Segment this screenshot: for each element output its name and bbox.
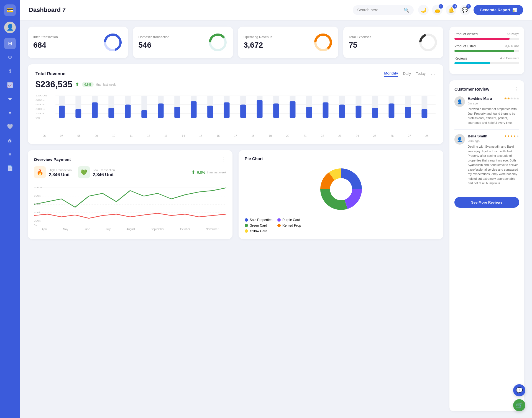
progress-bar-2 (454, 62, 519, 64)
star-0-3: ★ (513, 97, 516, 101)
support-float-btn[interactable]: 💬 (513, 384, 525, 396)
metric-label-1: Product Listed (454, 44, 476, 48)
see-more-reviews-button[interactable]: See More Reviews (454, 197, 519, 208)
bell-btn[interactable]: 🔔 12 (446, 5, 456, 15)
legend-dot-1 (277, 218, 281, 222)
payment-change-pct: 0,8% (197, 170, 205, 175)
bell-badge: 12 (452, 4, 457, 9)
legend-label-3: Rented Prop (282, 224, 301, 227)
bar-x-label: 09 (95, 134, 98, 137)
user-avatar[interactable]: 👤 (4, 22, 16, 33)
sidebar-item-heart[interactable]: ♥ (4, 107, 16, 119)
sidebar-item-star[interactable]: ★ (4, 93, 16, 105)
sidebar-item-settings[interactable]: ⚙ (4, 52, 16, 63)
header: Dashboard 7 🔍 🌙 👝 2 🔔 12 💬 5 Generate Re… (20, 0, 532, 20)
low-transaction-info: Low Transaction 2,346 Unit (93, 167, 115, 177)
reviews-card: Customer Review ⋮ 👤 Hawkins Maru ★★★★★ 5… (449, 80, 524, 411)
bar-x-label: 11 (130, 134, 133, 137)
sidebar-item-analytics[interactable]: 📈 (4, 79, 16, 91)
legend-dot-4 (245, 229, 248, 233)
bar-x-label: 25 (373, 134, 376, 137)
bar-x-label: 21 (304, 134, 307, 137)
legend-label-4: Yellow Card (250, 229, 267, 233)
reviews-container: 👤 Hawkins Maru ★★★★★ 5m ago I viewed a n… (454, 96, 519, 190)
wallet-btn[interactable]: 👝 2 (432, 5, 443, 15)
svg-rect-31 (141, 110, 147, 118)
svg-rect-37 (191, 101, 197, 118)
reviews-header: Customer Review ⋮ (454, 86, 519, 92)
svg-rect-59 (372, 108, 378, 118)
payment-more-btn[interactable]: ⋮ (221, 156, 226, 162)
low-transaction-icon: 💚 (78, 166, 90, 178)
stat-card-3: Total Expenses 75 (343, 27, 444, 58)
cart-float-btn[interactable]: 🛒 (513, 399, 525, 411)
bar-x-label: 13 (164, 134, 167, 137)
search-box[interactable]: 🔍 (353, 5, 414, 15)
sidebar-item-print[interactable]: 🖨 (4, 135, 16, 146)
line-chart: 1000k 800k 600k 400k 200k 0k (34, 182, 226, 227)
review-avatar-1: 👤 (454, 134, 465, 145)
reviews-more-btn[interactable]: ⋮ (514, 86, 519, 92)
review-time-1: 20m ago (468, 139, 480, 143)
search-input[interactable] (357, 8, 401, 12)
bar-chart-x-labels: 0607080910111213141516171819202122232425… (35, 134, 436, 137)
svg-text:1000k: 1000k (35, 95, 47, 97)
reviews-title: Customer Review (454, 87, 489, 91)
revenue-more-btn[interactable]: ⋯ (431, 71, 436, 77)
svg-rect-25 (92, 102, 98, 118)
sidebar-item-doc[interactable]: 📄 (4, 162, 16, 174)
chat-btn[interactable]: 💬 5 (460, 5, 470, 15)
bar-x-label: 26 (390, 134, 393, 137)
star-1-1: ★ (507, 134, 510, 138)
high-transaction-icon: 🔥 (34, 166, 46, 178)
review-stars-0: ★★★★★ (504, 97, 519, 101)
svg-rect-57 (356, 106, 362, 118)
sidebar-logo[interactable]: 💳 (4, 4, 16, 16)
bottom-row: Overview Payment ⋮ 🔥 High Transaction 2,… (28, 150, 443, 239)
generate-report-button[interactable]: Generate Report 📊 (474, 5, 523, 15)
stat-info-2: Operating Revenue 3,672 (244, 35, 272, 50)
pie-title: Pie Chart (245, 156, 263, 161)
revenue-change-pct: 0,8% (82, 82, 93, 87)
sidebar-item-dashboard[interactable]: ⊞ (4, 38, 16, 49)
svg-rect-41 (224, 102, 230, 118)
revenue-value: $236,535 (35, 79, 72, 89)
stat-card-2: Operating Revenue 3,672 (238, 27, 338, 58)
tab-monthly[interactable]: Monthly (384, 71, 398, 77)
payment-card: Overview Payment ⋮ 🔥 High Transaction 2,… (28, 150, 232, 239)
svg-text:400k: 400k (34, 211, 41, 214)
theme-toggle-btn[interactable]: 🌙 (418, 5, 429, 15)
star-1-2: ★ (510, 134, 513, 138)
stat-label-1: Domestic transaction (139, 35, 170, 39)
svg-rect-43 (240, 105, 246, 118)
metrics-card: Product Viewed 561/days Product Listed 3… (449, 27, 524, 74)
svg-rect-55 (339, 105, 345, 118)
payment-change-label: than last week (207, 171, 226, 174)
sidebar-item-list[interactable]: ≡ (4, 148, 16, 160)
metric-value-2: 456 Comment (500, 57, 519, 60)
bar-chart: 1000k800k600k400k200k0k (35, 94, 436, 127)
metric-value-0: 561/days (507, 32, 519, 36)
metric-row-1: Product Listed 3,456 Unit (454, 44, 519, 52)
progress-bar-1 (454, 50, 519, 52)
high-transaction-label: High Transaction (49, 168, 72, 172)
payment-header: Overview Payment ⋮ (34, 156, 226, 162)
payment-stats: 🔥 High Transaction 2,346 Unit 💚 Low Tran… (34, 166, 226, 178)
tab-daily[interactable]: Daily (403, 71, 411, 76)
stat-value-1: 546 (139, 41, 170, 50)
svg-text:400k: 400k (35, 108, 45, 110)
sidebar-item-heart2[interactable]: 🤍 (4, 121, 16, 132)
tab-today[interactable]: Today (416, 71, 426, 76)
pie-segment-1 (344, 189, 362, 209)
bar-x-label: 18 (251, 134, 254, 137)
review-time-0: 5m ago (468, 102, 478, 105)
metric-row-0: Product Viewed 561/days (454, 32, 519, 40)
payment-title: Overview Payment (34, 157, 71, 162)
sidebar-item-info[interactable]: ℹ (4, 65, 16, 77)
content-right: Product Viewed 561/days Product Listed 3… (449, 27, 524, 411)
bar-x-label: 15 (199, 134, 202, 137)
stat-label-0: Inter. transaction (33, 35, 58, 39)
svg-rect-45 (257, 100, 263, 118)
floating-buttons: 💬 🛒 (513, 384, 525, 411)
star-0-1: ★ (507, 97, 510, 101)
